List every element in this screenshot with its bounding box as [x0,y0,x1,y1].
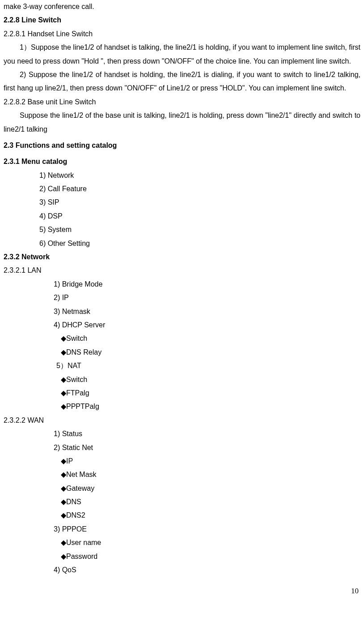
pppoe-list: ◆User name ◆Password [4,536,360,563]
heading-2.3.2.2: 2.3.2.2 WAN [4,414,360,427]
list-item: ◆IP [4,454,360,468]
para-2.2.8.2-1: Suppose the line1/2 of the base unit is … [4,109,360,136]
list-item: ◆FTPalg [4,386,360,400]
list-item: 1) Bridge Mode [4,278,360,291]
list-item: ◆DNS [4,495,360,509]
list-item: ◆Password [4,550,360,563]
list-item: 2) Call Feature [4,182,360,196]
text: ） [24,43,31,51]
list-item: ◆Switch [4,373,360,386]
lan-list: 1) Bridge Mode 2) IP 3) Netmask 4) DHCP … [4,278,360,332]
list-item: 4) DSP [4,210,360,223]
list-item: 1) Status [4,427,360,441]
dhcp-server-list: ◆Switch ◆DNS Relay [4,332,360,359]
list-item: ◆User name [4,536,360,549]
page-number: 10 [4,584,360,598]
para-2.2.8.1-2: 2) Suppose the line1/2 of handset is hol… [4,68,360,95]
list-item: ◆DNS2 [4,509,360,522]
para-2.2.8.1-1: 1）Suppose the line1/2 of handset is talk… [4,41,360,68]
heading-2.2.8.2: 2.2.8.2 Base unit Line Switch [4,95,360,109]
heading-2.2.8.1: 2.2.8.1 Handset Line Switch [4,27,360,41]
list-item: ◆Switch [4,332,360,345]
list-item: 1) Network [4,169,360,182]
menu-catalog-list: 1) Network 2) Call Feature 3) SIP 4) DSP… [4,169,360,250]
list-item: ◆DNS Relay [4,346,360,359]
heading-2.2.8: 2.2.8 Line Switch [4,13,360,27]
list-item: 2) Static Net [4,441,360,454]
heading-2.3: 2.3 Functions and setting catalog [4,139,360,152]
wan-list: 1) Status 2) Static Net [4,427,360,454]
text: 1 [20,43,24,51]
list-item: 3) Netmask [4,305,360,318]
nat-list: ◆Switch ◆FTPalg ◆PPPTPalg [4,373,360,414]
list-item: 3) SIP [4,196,360,209]
list-item: 4) DHCP Server [4,318,360,332]
text: 2) Suppose the line1/2 of handset is hol… [4,71,360,92]
static-net-list: ◆IP ◆Net Mask ◆Gateway ◆DNS ◆DNS2 [4,454,360,523]
qos-heading: 4) QoS [4,563,360,577]
heading-2.3.1: 2.3.1 Menu catalog [4,155,360,168]
intro-line: make 3-way conference call. [4,0,360,13]
list-item: 5) System [4,223,360,236]
list-item: ◆PPPTPalg [4,400,360,413]
pppoe-heading: 3) PPPOE [4,523,360,536]
heading-2.3.2.1: 2.3.2.1 LAN [4,264,360,277]
document-page: make 3-way conference call. 2.2.8 Line S… [4,0,360,599]
heading-2.3.2: 2.3.2 Network [4,250,360,264]
text: Suppose the line1/2 of the base unit is … [20,111,165,119]
text: Suppose the line1/2 of handset is talkin… [4,43,360,64]
list-item: ◆Net Mask [4,468,360,481]
list-item: 2) IP [4,291,360,304]
nat-heading: 5）NAT [4,359,360,373]
list-item: 6) Other Setting [4,237,360,250]
list-item: ◆Gateway [4,482,360,495]
